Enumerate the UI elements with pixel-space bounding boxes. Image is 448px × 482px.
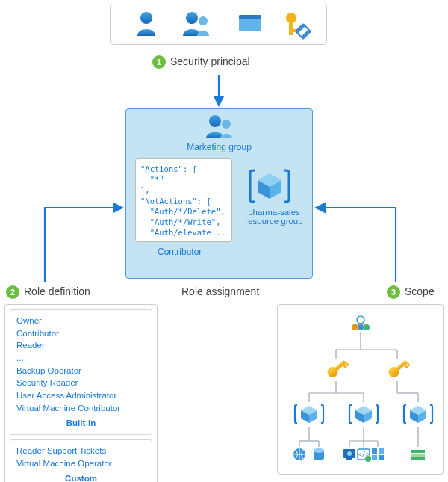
resource-group-node-icon [404,405,432,423]
resource-group-node-icon [295,405,323,423]
role-item: Security Reader [16,377,146,389]
custom-roles-box: Reader Support Tickets Virtual Machine O… [10,439,152,482]
role-item: Reader [16,339,146,352]
svg-point-44 [365,456,371,462]
role-assignment-label: Role assignment [181,285,259,297]
svg-rect-50 [411,454,425,457]
arrow-scope-to-center [317,208,396,282]
svg-rect-6 [289,22,293,35]
badge-3: 3 [387,285,400,299]
marketing-group-icon [206,115,232,138]
svg-point-11 [222,120,231,129]
monitor-resource-icon [343,449,355,460]
code-caption: Contributor [158,247,202,257]
svg-point-41 [347,451,352,456]
svg-rect-49 [411,450,425,453]
security-principal-label: Security principal [170,55,250,67]
svg-rect-45 [372,448,377,454]
storage-resource-icon [411,450,425,460]
badge-1: 1 [152,55,166,69]
scope-panel: </> [277,304,444,475]
svg-rect-47 [372,455,377,460]
database-resource-icon [314,448,324,460]
role-code-box: "Actions": [ "*" ], "NotActions": [ "Aut… [135,158,232,242]
svg-point-15 [357,316,364,324]
svg-point-0 [140,12,152,24]
role-item: Owner [16,315,146,327]
svg-rect-48 [379,455,384,460]
role-item: Backup Operator [16,365,146,377]
subscription-key-icon [326,357,349,380]
badge-2: 2 [6,285,19,299]
svg-point-38 [314,448,324,453]
marketing-group-label: Marketing group [126,142,312,152]
web-resource-icon [293,448,305,460]
svg-rect-46 [379,448,384,454]
resource-group-icon [250,170,289,202]
role-assignment-panel: Marketing group "Actions": [ "*" ], "Not… [125,108,313,279]
svg-rect-40 [346,458,352,460]
resource-group-label: pharma-sales resource group [244,208,304,226]
resource-group-node-icon [349,405,378,423]
role-item: Virtual Machine Contributor [16,402,146,415]
role-definition-panel: Owner Contributor Reader ... Backup Oper… [4,304,158,482]
svg-point-10 [209,115,221,127]
role-item: Contributor [16,327,146,340]
subscription-key-icon [387,357,411,380]
user-icon [137,12,155,36]
group-icon [183,12,209,36]
role-ellipsis: ... [16,352,146,365]
role-item: Virtual Machine Operator [16,457,146,470]
scope-label: Scope [405,285,435,297]
svg-rect-4 [239,15,261,19]
app-icon [239,15,261,31]
builtin-roles-box: Owner Contributor Reader ... Backup Oper… [10,309,152,435]
builtin-label: Built-in [16,417,146,430]
role-item: User Access Administrator [16,389,146,402]
management-group-icon [352,316,370,330]
role-definition-label: Role definition [24,285,90,297]
code-resource-icon: </> [358,449,371,462]
svg-point-5 [286,13,296,23]
grid-resource-icon [372,448,384,460]
role-item: Reader Support Tickets [16,445,146,457]
custom-label: Custom [16,472,146,482]
managed-identity-icon [286,13,311,40]
security-principal-panel [110,4,327,45]
svg-point-1 [186,12,198,24]
svg-rect-51 [411,457,425,460]
arrow-roledef-to-center [45,208,122,282]
svg-point-2 [199,16,208,25]
